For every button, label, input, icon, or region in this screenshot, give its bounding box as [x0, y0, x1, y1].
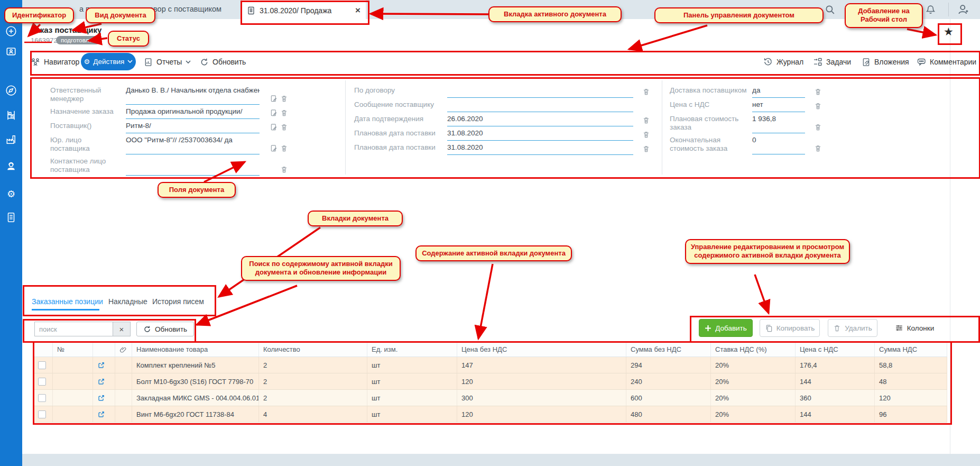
clear-field-icon[interactable] [642, 131, 650, 139]
tab-invoices[interactable]: Накладные [108, 297, 147, 306]
journal-button[interactable]: Журнал [763, 55, 803, 69]
open-row-icon[interactable] [93, 390, 115, 406]
attachments-button[interactable]: Вложения [862, 55, 909, 69]
field-value[interactable]: 31.08.2020 [447, 141, 633, 155]
clear-field-icon[interactable] [642, 116, 650, 124]
cell-unit: шт [367, 357, 457, 373]
warehouse-icon[interactable] [0, 107, 22, 123]
edit-field-icon[interactable] [270, 109, 278, 117]
table-row[interactable]: Комплект креплений №5 2 шт 147 294 20% 1… [34, 357, 947, 373]
reports-button[interactable]: Отчеты [144, 55, 191, 69]
clear-field-icon[interactable] [280, 144, 288, 152]
table-row[interactable]: Винт М6-6gx20 ГОСТ 11738-84 4 шт 120 480… [34, 406, 947, 423]
header-vat-amount: Сумма НДС [875, 342, 947, 357]
row-checkbox[interactable] [38, 394, 46, 402]
edit-field-icon[interactable] [270, 123, 278, 131]
row-checkbox[interactable] [38, 378, 46, 386]
field-label: Плановая дата поставки [354, 126, 443, 141]
field-value[interactable]: да [752, 84, 805, 98]
tasks-label: Задачи [826, 58, 851, 66]
cell-qty: 2 [259, 373, 367, 389]
clear-field-icon[interactable] [814, 144, 822, 152]
clear-field-icon[interactable] [642, 145, 650, 153]
tab-ordered-positions[interactable]: Заказанные позиции [32, 297, 103, 306]
field-value[interactable] [447, 98, 633, 112]
copy-icon [765, 324, 773, 332]
clear-field-icon[interactable] [642, 88, 650, 96]
field-value[interactable]: 31.08.2020 [447, 126, 633, 141]
cell-vat-rate: 20% [711, 390, 796, 406]
clear-field-icon[interactable] [280, 109, 288, 117]
edit-field-icon[interactable] [270, 144, 278, 152]
cell-qty: 4 [259, 406, 367, 422]
field-value[interactable]: 0 [752, 133, 805, 154]
field-value[interactable]: 1 936,8 [752, 112, 805, 133]
actions-gear-icon: ⚙ [84, 58, 90, 65]
field-value[interactable]: ООО "Ритм-8"// /2537003634/ да [126, 133, 260, 154]
comments-button[interactable]: Комментарии [917, 55, 976, 69]
row-checkbox[interactable] [38, 410, 46, 418]
actions-button[interactable]: ⚙ Действия [81, 53, 136, 70]
cell-vat-amount: 96 [875, 406, 947, 422]
document-id[interactable]: 1663972 [31, 36, 58, 44]
field-value[interactable]: Ритм-8/ [126, 119, 260, 133]
close-tab-icon[interactable]: × [355, 5, 360, 16]
document-icon [247, 6, 255, 15]
add-icon[interactable] [0, 23, 22, 39]
favorite-star-icon[interactable]: ★ [944, 26, 954, 37]
divider [345, 80, 346, 175]
user-account-icon[interactable] [957, 3, 970, 16]
navigator-button[interactable]: Навигатор [31, 55, 79, 69]
cell-price-vat: 144 [796, 406, 875, 422]
contacts-card-icon[interactable] [0, 43, 22, 59]
columns-label: Колонки [907, 324, 935, 332]
comments-label: Комментарии [930, 58, 976, 66]
add-row-button[interactable]: Добавить [699, 319, 753, 337]
clear-search-button[interactable]: × [113, 322, 131, 336]
refresh-button[interactable]: Обновить [200, 55, 246, 69]
copy-row-button[interactable]: Копировать [760, 319, 820, 337]
active-document-tab[interactable]: 31.08.2020/ Продажа × [242, 0, 366, 21]
clear-field-icon[interactable] [814, 88, 822, 96]
compass-icon[interactable] [0, 83, 22, 98]
field-value[interactable]: нет [752, 98, 805, 112]
columns-button[interactable]: Колонки [887, 319, 942, 337]
clear-field-icon[interactable] [280, 123, 288, 131]
callout-content-note: Содержание активной вкладки документа [415, 245, 572, 261]
delete-row-button[interactable]: Удалить [828, 319, 877, 337]
chevron-down-icon [186, 60, 191, 64]
table-refresh-button[interactable]: Обновить [136, 322, 194, 336]
search-icon[interactable] [825, 4, 835, 15]
edit-field-icon[interactable] [270, 95, 278, 103]
documents-icon[interactable] [0, 209, 22, 225]
field-value[interactable] [126, 154, 260, 176]
open-row-icon[interactable] [93, 406, 115, 422]
refresh-icon [143, 325, 151, 333]
background-tab[interactable]: овор с поставщиком [149, 5, 221, 13]
notifications-bell-icon[interactable] [925, 4, 936, 15]
cell-unit: шт [367, 390, 457, 406]
open-row-icon[interactable] [93, 357, 115, 373]
settings-gear-icon[interactable]: ⚙ [0, 186, 22, 202]
tasks-button[interactable]: Задачи [813, 55, 851, 69]
factory-icon[interactable] [0, 132, 22, 148]
clear-field-icon[interactable] [280, 166, 288, 173]
search-input[interactable] [34, 322, 113, 336]
clear-field-icon[interactable] [814, 102, 822, 110]
field-value[interactable]: Продажа оригинальной продукции/ [126, 105, 260, 119]
support-icon[interactable] [0, 158, 22, 174]
field-value[interactable]: Данько В. В./ Начальник отдела снабжения… [126, 84, 260, 105]
cell-name: Комплект креплений №5 [132, 357, 259, 373]
open-row-icon[interactable] [93, 373, 115, 389]
clear-field-icon[interactable] [280, 95, 288, 103]
field-value[interactable]: 26.06.2020 [447, 112, 633, 126]
clear-field-icon[interactable] [814, 123, 822, 131]
delete-row-label: Удалить [845, 324, 872, 332]
cell-price-vat: 176,4 [796, 357, 875, 373]
table-row[interactable]: Болт М10-6gx30 (S16) ГОСТ 7798-70 2 шт 1… [34, 373, 947, 390]
tab-letters-history[interactable]: История писем [152, 297, 204, 306]
table-row[interactable]: Закладная МИКС GMS - 004.004.06.011. 2 ш… [34, 390, 947, 406]
field-value[interactable] [447, 84, 633, 98]
add-row-label: Добавить [715, 324, 747, 332]
row-checkbox[interactable] [38, 361, 46, 369]
